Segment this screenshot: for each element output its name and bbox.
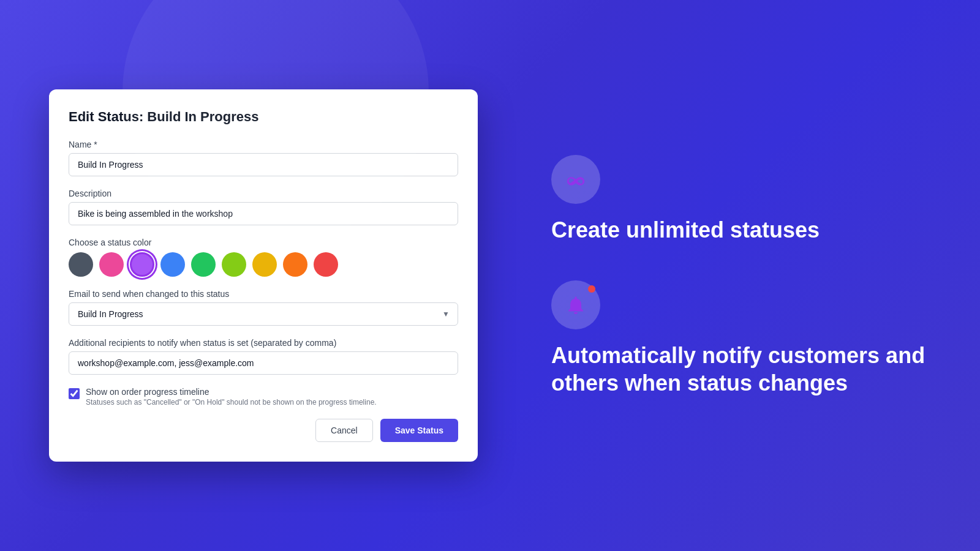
notification-dot: [588, 285, 595, 293]
unlimited-feature-text: Create unlimited statuses: [551, 216, 931, 244]
edit-status-modal: Edit Status: Build In Progress Name * De…: [49, 89, 478, 462]
timeline-checkbox-row: Show on order progress timeline Statuses…: [69, 387, 458, 407]
email-select-wrapper: Build In Progress None Custom ▼: [69, 302, 458, 326]
color-swatch-green[interactable]: [191, 252, 216, 277]
feature-unlimited: Create unlimited statuses: [551, 155, 931, 244]
color-swatch-orange[interactable]: [283, 252, 307, 277]
color-swatch-lime[interactable]: [222, 252, 246, 277]
color-picker: [69, 252, 458, 277]
recipients-label: Additional recipients to notify when sta…: [69, 338, 458, 348]
timeline-checkbox[interactable]: [69, 388, 80, 399]
timeline-checkbox-labels: Show on order progress timeline Statuses…: [86, 387, 377, 407]
checkbox-main-label: Show on order progress timeline: [86, 387, 377, 397]
color-swatch-yellow[interactable]: [252, 252, 277, 277]
color-field-group: Choose a status color: [69, 238, 458, 277]
notify-feature-text: Automatically notify customers and other…: [551, 342, 931, 397]
infinity-icon: [565, 168, 587, 190]
name-field-group: Name *: [69, 140, 458, 176]
bell-icon: [565, 294, 587, 316]
right-panel: Create unlimited statuses Automatically …: [527, 118, 980, 433]
name-label: Name *: [69, 140, 458, 149]
checkbox-sub-label: Statuses such as "Cancelled" or "On Hold…: [86, 398, 377, 407]
email-select[interactable]: Build In Progress None Custom: [69, 302, 458, 326]
name-input[interactable]: [69, 153, 458, 176]
cancel-button[interactable]: Cancel: [315, 419, 373, 442]
description-label: Description: [69, 189, 458, 198]
recipients-field-group: Additional recipients to notify when sta…: [69, 338, 458, 375]
color-label: Choose a status color: [69, 238, 458, 247]
description-field-group: Description: [69, 189, 458, 225]
description-input[interactable]: [69, 202, 458, 225]
notify-icon-circle: [551, 280, 600, 329]
save-status-button[interactable]: Save Status: [380, 419, 458, 442]
color-swatch-red[interactable]: [314, 252, 338, 277]
modal-footer: Cancel Save Status: [69, 419, 458, 442]
left-panel: Edit Status: Build In Progress Name * De…: [0, 0, 527, 551]
color-swatch-purple[interactable]: [130, 252, 154, 277]
color-swatch-gray[interactable]: [69, 252, 93, 277]
email-field-group: Email to send when changed to this statu…: [69, 289, 458, 326]
feature-notify: Automatically notify customers and other…: [551, 280, 931, 397]
color-swatch-blue[interactable]: [160, 252, 185, 277]
email-label: Email to send when changed to this statu…: [69, 289, 458, 299]
color-swatch-pink[interactable]: [99, 252, 124, 277]
recipients-input[interactable]: [69, 351, 458, 375]
unlimited-icon-circle: [551, 155, 600, 204]
modal-title: Edit Status: Build In Progress: [69, 109, 458, 125]
